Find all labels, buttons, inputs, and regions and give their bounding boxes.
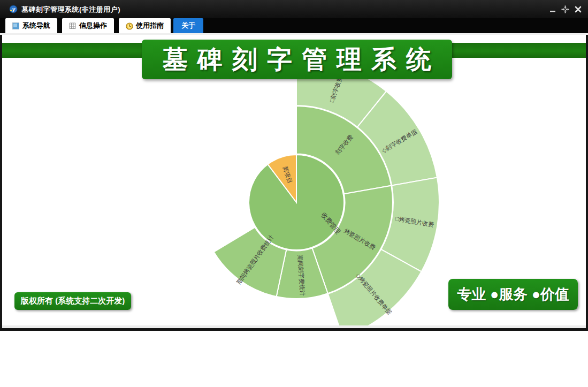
content-area: 收费管理新项目刻字收费烤瓷照片收费期间刻字费统计期间烤瓷照片收费统计□刻字收费◇… bbox=[0, 35, 588, 325]
titlebar[interactable]: y 墓碑刻字管理系统(非注册用户) bbox=[0, 0, 588, 18]
tab-label: 使用指南 bbox=[136, 21, 164, 31]
app-logo-icon: y bbox=[9, 5, 18, 13]
tab-user-guide[interactable]: 使用指南 bbox=[119, 18, 171, 33]
page-title: 墓碑刻字管理系统 bbox=[153, 43, 441, 77]
tab-info-ops[interactable]: 信息操作 bbox=[62, 18, 114, 33]
restore-button[interactable] bbox=[561, 5, 570, 13]
slogan-badge: 专业 ●服务 ●价值 bbox=[448, 279, 578, 310]
app-window: y 墓碑刻字管理系统(非注册用户) bbox=[0, 0, 588, 331]
screen: y 墓碑刻字管理系统(非注册用户) bbox=[0, 0, 588, 387]
tab-label: 系统导航 bbox=[22, 21, 50, 31]
tab-label: 信息操作 bbox=[79, 21, 107, 31]
clock-help-icon bbox=[126, 22, 133, 29]
tab-about[interactable]: 关于 bbox=[173, 18, 203, 33]
tab-label: 关于 bbox=[181, 21, 195, 31]
minimize-button[interactable] bbox=[548, 5, 557, 13]
grid-table-icon bbox=[69, 22, 76, 29]
close-button[interactable] bbox=[574, 5, 583, 13]
svg-text:y: y bbox=[12, 6, 16, 12]
window-title: 墓碑刻字管理系统(非注册用户) bbox=[21, 5, 120, 14]
window-bottom-border bbox=[0, 328, 588, 331]
copyright-badge: 版权所有 (系统支持二次开发) bbox=[14, 292, 131, 310]
banner-title-box: 墓碑刻字管理系统 bbox=[142, 40, 452, 79]
window-controls bbox=[548, 5, 583, 13]
tab-bar: 系统导航 信息操作 bbox=[0, 18, 588, 33]
tab-system-nav[interactable]: 系统导航 bbox=[5, 18, 57, 33]
window-form-icon bbox=[12, 22, 19, 29]
